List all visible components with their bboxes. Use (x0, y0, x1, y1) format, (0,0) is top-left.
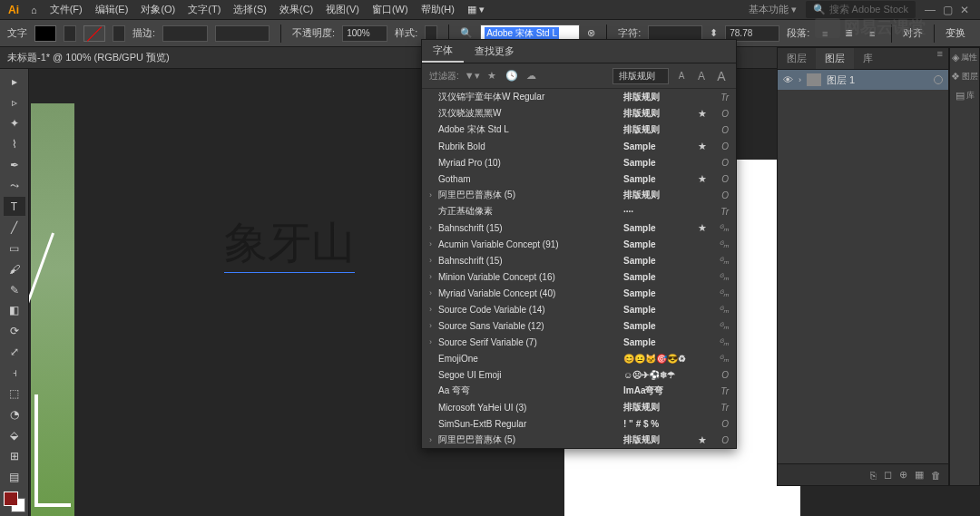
favorite-icon[interactable]: ★ (696, 434, 709, 446)
expand-icon[interactable]: › (429, 321, 438, 330)
font-row[interactable]: EmojiOne 😊😐🐱🎯😎♻ ᴳₘ (422, 350, 736, 366)
find-more-tab[interactable]: 查找更多 (464, 40, 525, 63)
transform-label[interactable]: 变换 (946, 26, 965, 40)
shaper-tool[interactable]: ✎ (4, 280, 25, 299)
maximize-button[interactable]: ▢ (943, 4, 953, 16)
gradient-tool[interactable]: ▤ (4, 467, 25, 486)
placed-image[interactable] (31, 103, 74, 516)
lasso-tool[interactable]: ⌇ (4, 135, 25, 154)
stock-search[interactable]: 🔍搜索 Adobe Stock (806, 1, 916, 18)
selection-tool[interactable]: ▸ (4, 73, 25, 92)
panel-menu-icon[interactable]: ≡ (932, 48, 948, 69)
chevron-right-icon[interactable]: › (799, 75, 801, 84)
align-label[interactable]: 对齐 (903, 26, 923, 40)
expand-icon[interactable]: › (429, 239, 438, 248)
layers-panel-icon[interactable]: ❖ 图层 (951, 71, 978, 83)
visibility-icon[interactable]: 👁 (783, 74, 793, 85)
align-center-icon[interactable]: ≣ (840, 25, 857, 42)
menu-effect[interactable]: 效果(C) (274, 3, 318, 16)
workspace-switcher[interactable]: 基本功能 ▾ (741, 3, 804, 16)
menu-help[interactable]: 帮助(H) (416, 3, 460, 16)
menu-view[interactable]: 视图(V) (320, 3, 365, 16)
font-row[interactable]: › 阿里巴巴普惠体 (5) 排版规则 O (422, 187, 736, 203)
expand-icon[interactable]: › (429, 256, 438, 265)
home-icon[interactable]: ⌂ (25, 5, 43, 15)
font-row[interactable]: › Acumin Variable Concept (91) Sample ᴳₘ (422, 236, 736, 252)
expand-icon[interactable]: › (429, 305, 438, 314)
target-icon[interactable] (934, 75, 943, 84)
sort-dropdown[interactable]: 排版规则 (612, 68, 669, 84)
fg-color[interactable] (4, 492, 18, 506)
libraries-panel-icon[interactable]: ▤ 库 (956, 90, 975, 102)
document-tab[interactable]: 未标题-1* @ 100% (RGB/GPU 预览) (7, 51, 170, 64)
new-layer-icon[interactable]: ▦ (915, 469, 924, 481)
activate-filter-icon[interactable]: ☁ (524, 70, 539, 82)
type-tool[interactable]: T (4, 197, 25, 216)
preview-medium[interactable]: A (694, 70, 709, 83)
font-row[interactable]: 汉仪锦宇童年体W Regular 排版规则 Tr (422, 89, 736, 105)
clear-font-icon[interactable]: ⊗ (587, 27, 595, 39)
font-row[interactable]: Gotham Sample ★ O (422, 170, 736, 187)
fill-dropdown[interactable] (64, 25, 76, 42)
favorite-filter-icon[interactable]: ★ (485, 70, 499, 82)
filter-icon[interactable]: ▼▾ (465, 70, 479, 82)
layer-name[interactable]: 图层 1 (827, 73, 928, 87)
expand-icon[interactable]: › (429, 223, 438, 232)
panel-tab-layers[interactable]: 图层 (816, 48, 854, 69)
favorite-icon[interactable]: ★ (696, 222, 709, 234)
stroke-dropdown[interactable] (113, 25, 125, 42)
mesh-tool[interactable]: ⊞ (4, 446, 25, 465)
free-transform-tool[interactable]: ⬚ (4, 385, 25, 404)
direct-selection-tool[interactable]: ▹ (4, 93, 25, 112)
recent-filter-icon[interactable]: 🕓 (505, 70, 519, 82)
rotate-tool[interactable]: ⟳ (4, 322, 25, 341)
font-row[interactable]: › Source Sans Variable (12) Sample ᴳₘ (422, 317, 736, 334)
favorite-icon[interactable]: ★ (696, 141, 709, 152)
fill-color[interactable] (34, 25, 56, 42)
panel-tab-1[interactable]: 图层 (778, 48, 816, 69)
scale-tool[interactable]: ⤢ (4, 343, 25, 362)
properties-panel-icon[interactable]: ◈ 属性 (952, 52, 977, 63)
favorite-icon[interactable]: ★ (696, 108, 709, 120)
font-row[interactable]: › Bahnschrift (15) Sample ᴳₘ (422, 252, 736, 268)
align-right-icon[interactable]: ≡ (864, 25, 880, 42)
paintbrush-tool[interactable]: 🖌 (4, 259, 25, 278)
perspective-tool[interactable]: ⬙ (4, 425, 25, 444)
line-tool[interactable]: ╱ (4, 218, 25, 237)
expand-icon[interactable]: › (429, 288, 438, 297)
layer-row[interactable]: 👁 › 图层 1 (778, 70, 948, 90)
favorite-icon[interactable]: ★ (696, 173, 709, 185)
delete-icon[interactable]: 🗑 (931, 470, 941, 481)
font-row[interactable]: › Myriad Variable Concept (40) Sample ᴳₘ (422, 285, 736, 301)
shape-builder-tool[interactable]: ◔ (4, 405, 25, 424)
align-left-icon[interactable]: ≡ (817, 25, 833, 42)
font-row[interactable]: › Source Code Variable (14) Sample ᴳₘ (422, 301, 736, 317)
font-row[interactable]: Myriad Pro (10) Sample O (422, 154, 736, 170)
font-row[interactable]: Adobe 宋体 Std L 排版规则 O (422, 122, 736, 138)
font-list[interactable]: 汉仪锦宇童年体W Regular 排版规则 Tr 汉仪晓波黑黑W 排版规则 ★ … (422, 89, 736, 448)
menu-share-icon[interactable]: ▦ ▾ (462, 4, 490, 15)
font-row[interactable]: Microsoft YaHei UI (3) 排版规则 Tr (422, 399, 736, 415)
font-row[interactable]: Segoe UI Emoji ☺☹✈⚽❄☂ O (422, 366, 736, 383)
fonts-tab[interactable]: 字体 (422, 40, 464, 63)
menu-file[interactable]: 文件(F) (44, 3, 88, 16)
clip-icon[interactable]: ◻ (884, 469, 892, 481)
font-row[interactable]: Aa 弯弯 ImAa弯弯 Tr (422, 383, 736, 399)
expand-icon[interactable]: › (429, 190, 438, 200)
font-row[interactable]: › 阿里巴巴普惠体 (5) 排版规则 ★ O (422, 432, 736, 448)
stroke-weight[interactable] (162, 25, 208, 42)
font-row[interactable]: › Source Serif Variable (7) Sample ᴳₘ (422, 334, 736, 350)
panel-tab-libraries[interactable]: 库 (854, 48, 882, 69)
expand-icon[interactable]: › (429, 337, 438, 346)
menu-object[interactable]: 对象(O) (135, 3, 181, 16)
expand-icon[interactable]: › (429, 435, 438, 444)
curvature-tool[interactable]: ⤳ (4, 177, 25, 196)
font-row[interactable]: › Bahnschrift (15) Sample ★ ᴳₘ (422, 219, 736, 236)
menu-type[interactable]: 文字(T) (182, 3, 226, 16)
opacity-input[interactable] (342, 25, 387, 42)
stroke-style[interactable] (215, 25, 270, 42)
text-object[interactable]: 象牙山 (224, 214, 355, 273)
minimize-button[interactable]: — (925, 4, 936, 16)
font-row[interactable]: Rubrik Bold Sample ★ O (422, 138, 736, 154)
font-row[interactable]: SimSun-ExtB Regular ! " # $ % O (422, 415, 736, 432)
